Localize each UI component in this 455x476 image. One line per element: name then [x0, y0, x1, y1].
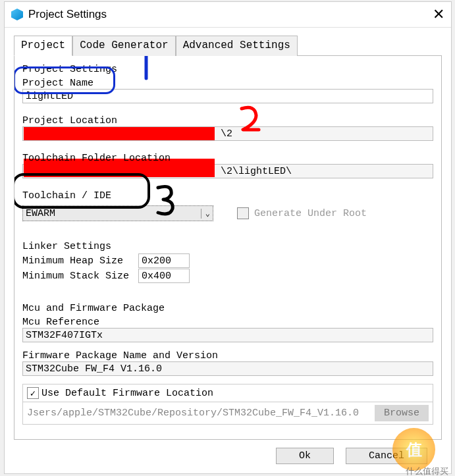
project-settings-heading: Project Settings: [22, 64, 433, 75]
browse-button[interactable]: Browse: [375, 405, 429, 421]
use-default-firmware-checkbox[interactable]: ✓: [27, 387, 39, 399]
toolchain-ide-label: Toolchain / IDE: [22, 190, 433, 201]
firmware-path-input: Jsers/apple/STM32Cube/Repository/STM32Cu…: [27, 408, 372, 419]
project-settings-window: Project Settings ✕ Project Code Generato…: [4, 1, 452, 474]
project-panel: Project Settings Project Name Project Lo…: [14, 56, 442, 440]
cube-icon: [11, 9, 23, 20]
min-stack-input[interactable]: [138, 269, 190, 283]
content-area: Project Code Generator Advanced Settings…: [5, 28, 451, 473]
firmware-location-box: ✓ Use Default Firmware Location: [22, 384, 433, 402]
firmware-package-label: Firmware Package Name and Version: [22, 350, 433, 361]
min-heap-input[interactable]: [138, 253, 190, 268]
ok-button[interactable]: Ok: [276, 448, 334, 464]
project-name-label: Project Name: [22, 78, 433, 89]
tabs: Project Code Generator Advanced Settings: [14, 36, 442, 56]
project-name-input[interactable]: [22, 89, 433, 103]
toolchain-ide-value: EWARM: [26, 208, 55, 219]
watermark-text: 什么值得买: [406, 465, 448, 476]
mcu-reference-label: Mcu Reference: [22, 317, 433, 328]
window-title: Project Settings: [28, 8, 425, 21]
min-stack-label: Minimum Stack Size: [22, 271, 134, 282]
project-location-label: Project Location: [22, 115, 433, 126]
redaction-location: [24, 127, 215, 140]
tab-code-generator[interactable]: Code Generator: [72, 36, 175, 56]
toolchain-folder-label: Toolchain Folder Location: [22, 153, 433, 164]
chevron-down-icon: ⌄: [201, 209, 210, 219]
dialog-buttons: Ok Cancel: [14, 440, 442, 467]
generate-under-root-label: Generate Under Root: [254, 208, 367, 219]
firmware-package-input: [22, 361, 433, 376]
linker-settings-heading: Linker Settings: [22, 241, 433, 252]
watermark-badge: 值: [392, 428, 435, 471]
titlebar: Project Settings ✕: [5, 2, 451, 28]
mcu-reference-input: [22, 328, 433, 342]
mcu-firmware-heading: Mcu and Firmware Package: [22, 303, 433, 314]
generate-under-root-checkbox[interactable]: [237, 207, 249, 219]
tab-project[interactable]: Project: [14, 36, 72, 56]
min-heap-label: Minimum Heap Size: [22, 255, 134, 267]
close-icon[interactable]: ✕: [425, 6, 444, 23]
use-default-firmware-label: Use Default Firmware Location: [41, 388, 213, 399]
toolchain-ide-select[interactable]: EWARM ⌄: [22, 205, 213, 221]
tab-advanced-settings[interactable]: Advanced Settings: [176, 36, 298, 56]
